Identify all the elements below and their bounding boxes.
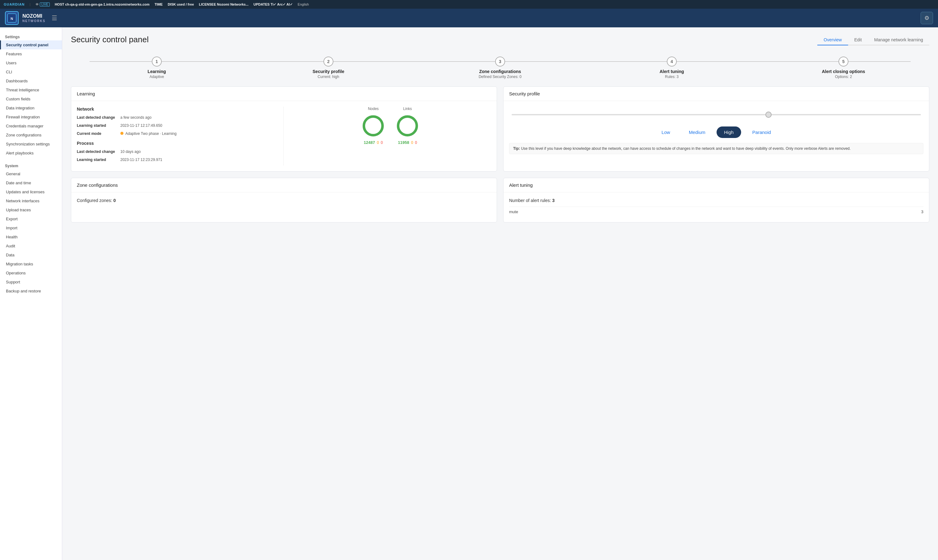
step-3: 3 Zone configurations Defined Security Z… [414,57,586,79]
learning-row-label-0: Last detected change [77,115,120,120]
slider-track [512,114,921,115]
settings-gear-button[interactable]: ⚙ [921,12,933,24]
sidebar-item-backup-and-restore[interactable]: Backup and restore [0,286,62,295]
learning-row-label-1: Learning started [77,123,120,128]
sidebar-item-date-and-time[interactable]: Date and time [0,178,62,188]
step-circle-3: 3 [495,57,505,66]
sidebar-item-credentials-manager[interactable]: Credentials manager [0,122,62,131]
sidebar-item-firewall-integration[interactable]: Firewall integration [0,112,62,122]
sidebar-item-users[interactable]: Users [0,58,62,68]
nodes-orange: 0 [377,140,379,145]
tab-overview[interactable]: Overview [817,35,848,45]
links-orange: 0 [411,140,413,145]
logo-text: NOZOMI NETWORKS [22,13,45,23]
step-label-3: Zone configurations [479,69,521,74]
step-circle-5: 5 [838,57,849,66]
sidebar-item-data[interactable]: Data [0,251,62,260]
sidebar-item-security-control-panel[interactable]: Security control panel [0,40,62,49]
zone-config-card-header: Zone configurations [71,178,497,192]
sidebar-item-updates-and-licenses[interactable]: Updates and licenses [0,188,62,196]
system-nav: GeneralDate and timeUpdates and licenses… [0,169,62,295]
slider-thumb [765,112,771,118]
sidebar-item-migration-tasks[interactable]: Migration tasks [0,260,62,269]
links-count: 11958 [398,140,409,145]
updates-info: UPDATES Ti✓ Arc✓ AI✓ [253,3,293,6]
profile-slider-area [509,106,923,126]
time-info: TIME [154,3,163,6]
charts-row: Nodes 12487 0 [361,106,420,145]
nodes-red: 0 [381,140,383,145]
sidebar-item-features[interactable]: Features [0,49,62,58]
nodes-stats: 12487 0 0 [364,140,383,145]
page-header: Security control panel OverviewEditManag… [71,35,929,45]
alert-type-0: mute [509,209,518,214]
sidebar-item-general[interactable]: General [0,169,62,178]
logo-area: N NOZOMI NETWORKS ☰ [5,11,57,25]
step-label-5: Alert closing options [822,69,865,74]
learning-row-value-1: 2023-11-17 12:17:49.650 [120,123,278,128]
alert-num-0: 3 [921,209,923,214]
sidebar-item-operations[interactable]: Operations [0,269,62,277]
step-label-2: Security profile [313,69,344,74]
sidebar-item-support[interactable]: Support [0,277,62,286]
process-row-0: Last detected change 10 days ago [77,149,278,154]
sidebar-item-audit[interactable]: Audit [0,242,62,251]
sidebar-item-zone-configurations[interactable]: Zone configurations [0,131,62,140]
step-1: 1 Learning Adaptive [71,57,242,79]
disk-info: DISK used / free [168,3,194,6]
alert-tuning-card-body: Number of alert rules: 3 mute 3 [503,192,929,222]
system-section-title: System [0,161,62,169]
sidebar-item-network-interfaces[interactable]: Network interfaces [0,196,62,205]
hamburger-menu[interactable]: ☰ [52,14,57,22]
language-selector[interactable]: English [298,3,309,6]
logo-box: N [5,11,19,25]
profile-btn-paranoid[interactable]: Paranoid [745,126,778,138]
process-title: Process [77,141,278,146]
process-row-value-0: 10 days ago [120,149,278,154]
sidebar-item-upload-traces[interactable]: Upload traces [0,205,62,214]
learning-rows: Last detected change a few seconds ago L… [77,115,278,136]
sidebar-item-import[interactable]: Import [0,223,62,232]
mode-dot [120,132,123,135]
security-profile-card: Security profile LowMediumHighParanoid T… [503,86,929,172]
learning-row-label-2: Current mode [77,131,120,136]
learning-card: Learning Network Last detected change a … [71,86,497,172]
learning-row-value-2: Adaptive Two phase · Learning [120,131,278,136]
eye-icon: 👁 [35,3,39,6]
process-row-label-1: Learning started [77,158,120,162]
profile-btn-low[interactable]: Low [654,126,678,138]
process-row-label-0: Last detected change [77,149,120,154]
content-grid: Learning Network Last detected change a … [71,86,929,223]
process-section: Process Last detected change 10 days ago… [77,141,278,162]
learning-row-1: Learning started 2023-11-17 12:17:49.650 [77,123,278,128]
alert-count: Number of alert rules: 3 [509,198,923,203]
nodes-donut-svg [361,114,386,138]
sidebar-item-data-integration[interactable]: Data integration [0,103,62,112]
security-profile-card-header: Security profile [503,87,929,101]
licensee-info: LICENSEE Nozomi Networks... [199,3,249,6]
alert-row-0: mute 3 [509,207,923,217]
layout: Settings Security control panelFeaturesU… [0,27,938,560]
profile-btn-high[interactable]: High [717,126,741,138]
nodes-count: 12487 [364,140,375,145]
learning-info: Network Last detected change a few secon… [77,106,284,166]
header: N NOZOMI NETWORKS ☰ ⚙ [0,9,938,27]
sidebar-item-threat-intelligence[interactable]: Threat Intelligence [0,85,62,94]
profile-tip: Tip: Use this level if you have deep kno… [509,143,923,154]
sidebar-item-synchronization-settings[interactable]: Synchronization settings [0,140,62,149]
sidebar-item-export[interactable]: Export [0,214,62,223]
step-sublabel-5: Options: 2 [835,75,852,79]
settings-section-title: Settings [0,32,62,40]
sidebar-item-alert-playbooks[interactable]: Alert playbooks [0,149,62,158]
step-label-4: Alert tuning [660,69,684,74]
tab-edit[interactable]: Edit [848,35,868,45]
svg-point-5 [398,117,417,135]
alert-rows: mute 3 [509,207,923,217]
step-sublabel-3: Defined Security Zones: 0 [479,75,521,79]
sidebar-item-dashboards[interactable]: Dashboards [0,77,62,85]
sidebar-item-custom-fields[interactable]: Custom fields [0,94,62,103]
tab-manage-network-learning[interactable]: Manage network learning [868,35,929,45]
profile-btn-medium[interactable]: Medium [682,126,713,138]
sidebar-item-cli[interactable]: CLI [0,68,62,77]
sidebar-item-health[interactable]: Health [0,232,62,242]
